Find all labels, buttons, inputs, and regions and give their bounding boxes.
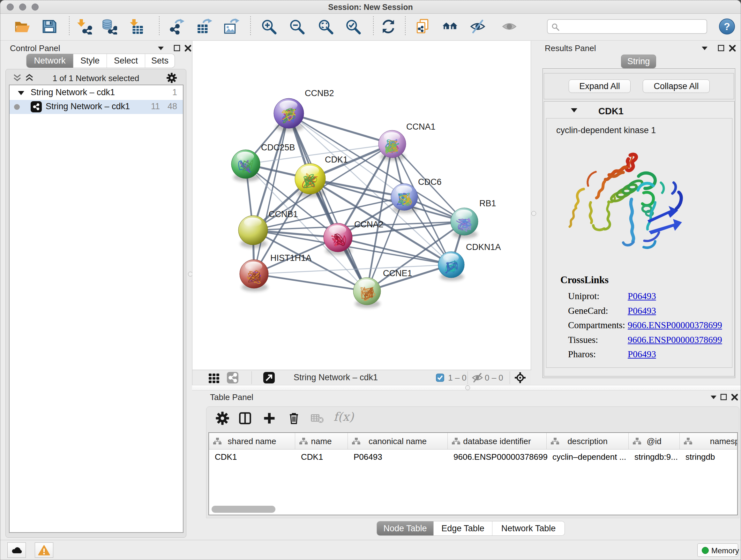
edge-CCNB2-CCNE1[interactable] <box>289 113 367 291</box>
show-columns-icon[interactable] <box>238 411 252 425</box>
expand-all-button[interactable]: Expand All <box>569 79 630 93</box>
refresh-icon[interactable] <box>381 18 396 35</box>
table-panel-close-icon[interactable] <box>731 393 739 401</box>
memory-button[interactable]: Memory <box>697 543 738 557</box>
tab-string[interactable]: String <box>621 55 656 68</box>
collapse-all-button[interactable]: Collapse All <box>643 79 710 93</box>
node-CDKN1A[interactable] <box>438 252 464 281</box>
table-panel-float-icon[interactable] <box>720 393 728 401</box>
show-all-icon[interactable] <box>501 18 517 35</box>
export-table-icon[interactable] <box>196 18 212 35</box>
node-CDC6[interactable] <box>391 184 418 213</box>
table-cell[interactable]: 9606.ENSP00000378699 <box>454 452 546 462</box>
clone-network-icon[interactable] <box>415 18 431 35</box>
node-CCNB1[interactable] <box>239 215 268 248</box>
column-header-canonical-name[interactable]: canonical name <box>348 433 448 449</box>
export-network-icon[interactable] <box>169 18 185 35</box>
control-panel-menu-icon[interactable] <box>157 44 165 52</box>
birds-eye-icon[interactable] <box>514 372 526 384</box>
node-CCNB2[interactable] <box>274 98 304 132</box>
import-table-icon[interactable] <box>128 18 144 35</box>
edge-CCNB2-CCNA1[interactable] <box>289 113 392 144</box>
tab-node-table[interactable]: Node Table <box>377 521 434 536</box>
network-view[interactable]: CCNB2CCNA1CDC25BCDK1CDC6RB1CCNB1CCNA2CDK… <box>192 41 531 385</box>
edge-CCNA2-CDKN1A[interactable] <box>338 238 451 265</box>
table-cell[interactable]: stringdb <box>685 452 738 462</box>
save-session-icon[interactable] <box>41 18 57 35</box>
hidden-eye-icon[interactable] <box>471 372 483 384</box>
crosslink-link[interactable]: 9606.ENSP00000378699 <box>628 320 722 330</box>
tab-sets[interactable]: Sets <box>145 54 175 68</box>
horizontal-splitter[interactable] <box>192 385 741 390</box>
crosslink-link[interactable]: 9606.ENSP00000378699 <box>628 334 722 345</box>
tab-network-table[interactable]: Network Table <box>492 521 564 536</box>
import-network-database-icon[interactable] <box>101 18 117 35</box>
gene-section-header[interactable]: CDK1 <box>544 102 734 118</box>
network-canvas[interactable]: CCNB2CCNA1CDC25BCDK1CDC6RB1CCNB1CCNA2CDK… <box>192 41 531 370</box>
help-icon[interactable]: ? <box>719 18 735 35</box>
node-CCNA2[interactable] <box>324 223 352 255</box>
crosslink-link[interactable]: P06493 <box>628 349 656 360</box>
table-cell[interactable]: CDK1 <box>301 452 347 462</box>
horizontal-splitter-grip[interactable] <box>465 385 470 390</box>
node-CCNA1[interactable] <box>379 130 406 161</box>
column-header--id[interactable]: @id <box>629 433 680 449</box>
open-file-icon[interactable] <box>14 18 30 35</box>
zoom-out-icon[interactable] <box>289 18 305 35</box>
search-input[interactable] <box>562 20 703 33</box>
table-options-gear-icon[interactable] <box>215 411 229 425</box>
zoom-in-icon[interactable] <box>261 18 277 35</box>
first-neighbors-icon[interactable] <box>442 18 458 35</box>
gene-expander-icon[interactable] <box>570 107 578 113</box>
function-builder-icon[interactable]: f(x) <box>333 410 354 424</box>
crosslink-link[interactable]: P06493 <box>628 306 656 316</box>
node-CCNE1[interactable] <box>353 277 381 308</box>
tab-network[interactable]: Network <box>26 54 73 68</box>
zoom-selected-icon[interactable] <box>345 18 361 35</box>
column-header-description[interactable]: description <box>547 433 629 449</box>
table-cell[interactable]: stringdb:9... <box>634 452 679 462</box>
control-panel-float-icon[interactable] <box>173 44 181 52</box>
column-header-namespace[interactable]: namespace <box>680 433 738 449</box>
results-panel-float-icon[interactable] <box>717 44 725 52</box>
hide-selected-icon[interactable] <box>470 18 486 35</box>
results-panel-close-icon[interactable] <box>728 44 737 52</box>
string-badge-icon[interactable] <box>226 372 239 384</box>
tab-edge-table[interactable]: Edge Table <box>434 521 492 536</box>
results-panel-menu-icon[interactable] <box>700 44 709 52</box>
add-column-icon[interactable] <box>262 411 276 425</box>
network-row[interactable]: String Network – cdk1 11 48 <box>10 100 183 114</box>
export-image-icon[interactable] <box>223 18 239 35</box>
column-header-shared-name[interactable]: shared name <box>209 433 295 449</box>
collection-expander-icon[interactable] <box>17 89 25 97</box>
network-collection-row[interactable]: String Network – cdk1 1 <box>10 86 183 100</box>
zoom-fit-icon[interactable] <box>318 18 333 35</box>
table-panel-menu-icon[interactable] <box>710 393 718 401</box>
node-HIST1H1A[interactable] <box>240 260 268 292</box>
right-splitter-grip[interactable] <box>531 211 536 216</box>
open-in-new-window-icon[interactable] <box>263 372 275 384</box>
import-network-icon[interactable] <box>76 18 92 35</box>
table-cell[interactable]: P06493 <box>354 452 447 462</box>
column-header-database-identifier[interactable]: database identifier <box>448 433 547 449</box>
crosslink-link[interactable]: P06493 <box>628 291 656 301</box>
tab-select[interactable]: Select <box>107 54 145 68</box>
grid-view-icon[interactable] <box>208 372 220 384</box>
node-CDK1[interactable] <box>295 164 326 198</box>
left-splitter[interactable] <box>189 41 192 540</box>
network-options-gear-icon[interactable] <box>166 72 177 83</box>
warning-button[interactable] <box>35 543 53 558</box>
table-cell[interactable]: CDK1 <box>215 452 294 462</box>
delete-column-icon[interactable] <box>287 411 301 425</box>
column-header-name[interactable]: name <box>295 433 348 449</box>
node-CDC25B[interactable] <box>231 150 260 182</box>
node-RB1[interactable] <box>451 208 478 238</box>
cloud-button[interactable] <box>7 543 26 558</box>
delete-table-icon[interactable] <box>310 411 324 425</box>
tab-style[interactable]: Style <box>73 54 107 68</box>
crosslink-row: GeneCard:P06493 <box>568 306 728 315</box>
table-cell[interactable]: cyclin–dependent ... <box>552 452 628 462</box>
selected-checkbox-icon[interactable] <box>436 374 444 382</box>
node-label-CDKN1A: CDKN1A <box>466 242 501 252</box>
table-hscrollbar[interactable] <box>212 506 275 513</box>
